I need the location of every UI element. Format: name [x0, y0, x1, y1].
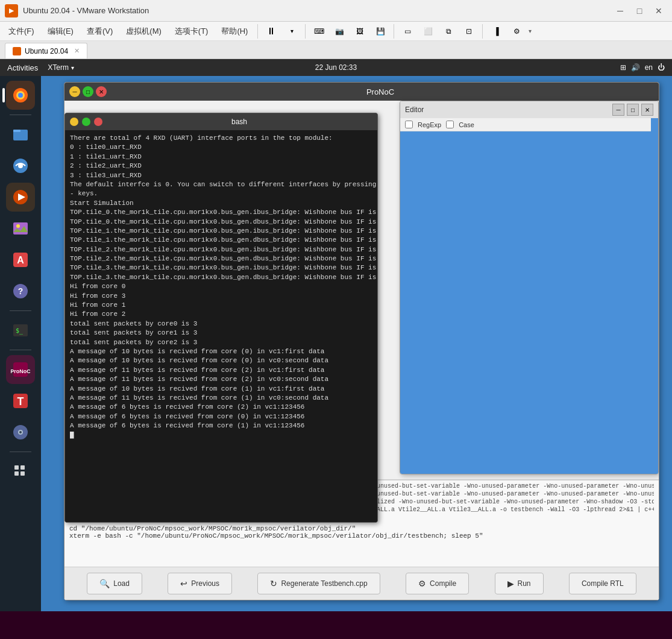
bash-title: bash [106, 118, 372, 126]
ubuntu-clock: 22 Jun 02:33 [315, 63, 357, 72]
load-button[interactable]: 🔍 Load [87, 573, 142, 594]
dropdown-button[interactable]: ▾ [282, 22, 301, 41]
dock-help-icon[interactable]: ? [6, 277, 35, 306]
svg-text:?: ? [18, 286, 24, 296]
restore-button[interactable]: □ [631, 4, 648, 17]
dock-textstudio-icon[interactable]: T [6, 386, 35, 415]
bash-line: Hi from core 3 [70, 292, 372, 301]
bash-window: bash There are total of 4 RXD (UART) int… [64, 113, 378, 523]
dock-terminal-icon[interactable]: $_ [6, 316, 35, 345]
dock-pronoc-icon[interactable]: ProNoC [6, 355, 35, 384]
bash-line: TOP.tile_1.the_mor1k_tile.cpu.mor1kx0.bu… [70, 227, 372, 236]
editor-maximize-button[interactable]: □ [627, 104, 639, 116]
view3-button[interactable]: ⧉ [439, 22, 458, 41]
svg-rect-24 [14, 465, 19, 470]
run-button[interactable]: ▶ Run [495, 573, 544, 594]
pronoc-close-button[interactable]: ✕ [96, 86, 107, 97]
ubuntu-xterm-menu[interactable]: XTerm ▾ [48, 63, 74, 72]
editor-controls: ─ □ ✕ [612, 104, 653, 116]
bottom-buttons-row: 🔍 Load ↩ Previous ↻ Regenerate Testbench… [64, 567, 659, 600]
regexp-checkbox[interactable] [405, 121, 413, 128]
case-checkbox[interactable] [446, 121, 454, 128]
ubuntu-tab-icon [13, 47, 21, 55]
dock-separator-2 [10, 310, 31, 311]
bash-line: A message of 6 bytes is recived from cor… [70, 421, 372, 430]
snapshot-button[interactable]: 📷 [330, 22, 349, 41]
toolbar-divider-2 [305, 24, 306, 39]
menu-edit[interactable]: 编辑(E) [42, 24, 80, 39]
view2-button[interactable]: ⬜ [418, 22, 438, 41]
menu-help[interactable]: 帮助(H) [215, 24, 254, 39]
editor-close-button[interactable]: ✕ [641, 104, 653, 116]
power-icon[interactable]: en [645, 63, 653, 72]
ubuntu-dock: A ? $_ [0, 76, 41, 611]
ubuntu-activities[interactable]: Activities [7, 63, 38, 72]
dock-separator-3 [10, 350, 31, 350]
vmware-titlebar: ▶ Ubuntu 20.04 - VMware Workstation ─ □ … [0, 0, 672, 22]
pronoc-minimize-button[interactable]: ─ [69, 86, 80, 97]
menu-view[interactable]: 查看(V) [81, 24, 119, 39]
bash-line: - keys. [70, 189, 372, 198]
view4-button[interactable]: ⊡ [459, 22, 479, 41]
dock-image-icon[interactable] [6, 214, 35, 243]
close-button[interactable]: ✕ [650, 4, 667, 17]
bash-line: A message of 6 bytes is recived from cor… [70, 412, 372, 421]
dock-appcenter-icon[interactable]: A [6, 245, 35, 274]
ubuntu-main-area: ─ □ ✕ ProNoC bash [41, 76, 672, 611]
bash-close-button[interactable] [94, 118, 102, 126]
vmware-logo-icon: ▶ [5, 4, 18, 17]
bash-line: A message of 10 bytes is recived from co… [70, 385, 372, 394]
bash-line: The default interfce is 0. You can switc… [70, 180, 372, 189]
lang-icon[interactable]: ⏻ [658, 63, 665, 72]
pause-button[interactable]: ⏸ [262, 22, 281, 41]
xterm-arrow-icon: ▾ [71, 65, 74, 71]
svg-rect-9 [13, 222, 28, 235]
bash-line: A message of 10 bytes is recived from co… [70, 356, 372, 365]
menu-vm[interactable]: 虚拟机(M) [120, 24, 168, 39]
compile-rtl-button[interactable]: Compile RTL [569, 573, 636, 594]
snapshot3-button[interactable]: 💾 [371, 22, 390, 41]
svg-text:$_: $_ [16, 327, 24, 335]
regenerate-label: Regenerate Testbench.cpp [281, 579, 367, 588]
vmware-window: ▶ Ubuntu 20.04 - VMware Workstation ─ □ … [0, 0, 672, 611]
regenerate-icon: ↻ [270, 579, 277, 588]
snapshot2-button[interactable]: 🖼 [350, 22, 369, 41]
bash-titlebar: bash [65, 113, 377, 130]
ubuntu-tab[interactable]: Ubuntu 20.04 ✕ [5, 43, 87, 58]
view1-button[interactable]: ▭ [398, 22, 417, 41]
settings-button[interactable]: ⚙ [507, 22, 526, 41]
dock-thunderbird-icon[interactable] [6, 151, 35, 180]
bash-content[interactable]: There are total of 4 RXD (UART) interfac… [65, 130, 377, 522]
send-ctrl-alt-del-button[interactable]: ⌨ [309, 22, 328, 41]
menu-tabs[interactable]: 选项卡(T) [169, 24, 215, 39]
run-icon: ▶ [507, 579, 514, 588]
terminal-button[interactable]: ▐ [486, 22, 506, 41]
dock-dvd-icon[interactable] [6, 418, 35, 447]
minimize-button[interactable]: ─ [612, 4, 629, 17]
dock-firefox-icon[interactable] [6, 81, 35, 110]
pronoc-maximize-button[interactable]: □ [83, 86, 93, 97]
previous-button[interactable]: ↩ Previous [168, 573, 232, 594]
bash-line: Hi from core 2 [70, 310, 372, 319]
menu-file[interactable]: 文件(F) [2, 24, 40, 39]
svg-text:A: A [17, 255, 24, 265]
editor-title: Editor [405, 105, 612, 114]
bash-line: Start Simulation [70, 199, 372, 208]
previous-icon: ↩ [180, 579, 187, 588]
editor-minimize-button[interactable]: ─ [612, 104, 624, 116]
tab-close-icon[interactable]: ✕ [74, 47, 80, 55]
bash-minimize-button[interactable] [70, 118, 78, 126]
network-icon[interactable]: ⊞ [620, 63, 626, 72]
editor-body[interactable] [400, 131, 658, 474]
sound-icon[interactable]: 🔊 [631, 63, 640, 72]
svg-rect-4 [13, 130, 20, 132]
bash-maximize-button[interactable] [82, 118, 90, 126]
dock-files-icon[interactable] [6, 120, 35, 149]
regenerate-button[interactable]: ↻ Regenerate Testbench.cpp [257, 573, 380, 594]
ubuntu-tab-label: Ubuntu 20.04 [25, 47, 68, 55]
dock-appgrid-icon[interactable] [6, 457, 35, 486]
compile-rtl-label: Compile RTL [582, 579, 624, 588]
bash-line: TOP.tile_2.the_mor1k_tile.cpu.mor1kx0.bu… [70, 245, 372, 254]
compile-button[interactable]: ⚙ Compile [406, 573, 469, 594]
dock-rhythmbox-icon[interactable] [6, 183, 35, 212]
